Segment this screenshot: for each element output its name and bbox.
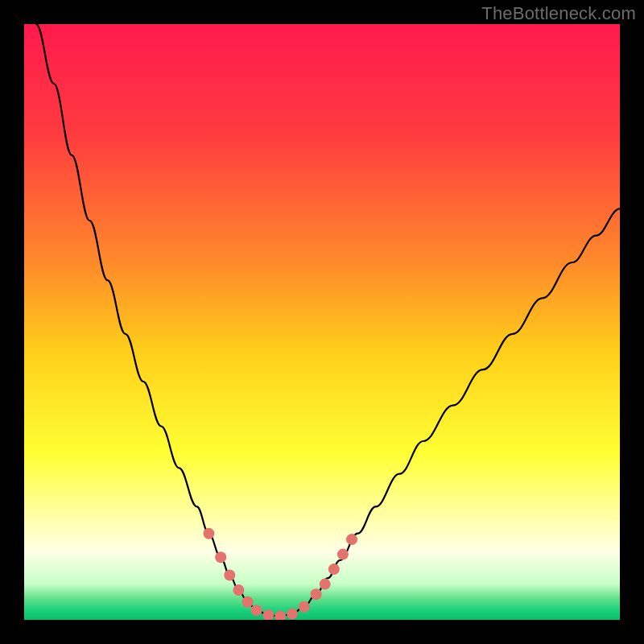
chart-background	[24, 24, 620, 620]
highlight-dot	[224, 570, 235, 581]
highlight-dot	[337, 549, 349, 560]
chart-stage: TheBottleneck.com	[0, 0, 644, 644]
highlight-dot	[233, 584, 244, 596]
highlight-dot	[215, 551, 226, 563]
highlight-dot	[311, 588, 322, 600]
highlight-dot	[328, 564, 340, 575]
watermark-text: TheBottleneck.com	[481, 3, 636, 24]
highlight-dot	[320, 579, 331, 590]
highlight-dot	[203, 528, 214, 539]
highlight-dot	[251, 605, 262, 616]
chart-plot-area	[24, 24, 620, 620]
highlight-dot	[299, 601, 310, 613]
chart-svg	[24, 24, 620, 620]
highlight-dot	[346, 534, 357, 545]
highlight-dot	[287, 609, 298, 620]
highlight-dot	[242, 597, 254, 608]
